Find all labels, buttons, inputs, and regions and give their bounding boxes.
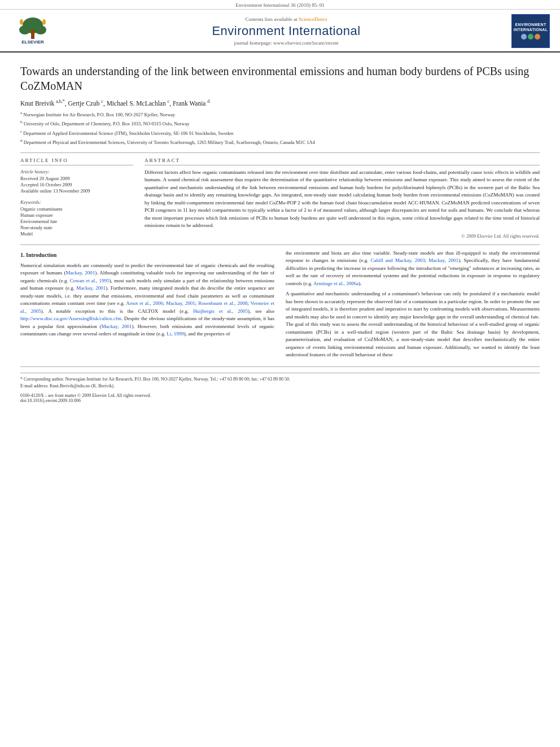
svg-point-5 <box>20 19 23 25</box>
article-info-heading: ARTICLE INFO <box>20 158 133 165</box>
svg-point-2 <box>19 25 30 34</box>
issn-line: 0160-4120/$ – see front matter © 2009 El… <box>20 393 540 398</box>
divider-1 <box>20 152 540 153</box>
journal-center: Contents lists available at ScienceDirec… <box>61 16 511 46</box>
journal-homepage: journal homepage: www.elsevier.com/locat… <box>61 40 511 46</box>
logo-circle-3 <box>535 34 540 40</box>
logo-circle-2 <box>528 34 533 40</box>
author-breivik: Knut Breivik a,b,* <box>20 100 65 107</box>
keyword-2: Human exposure <box>20 212 133 218</box>
email-text: E-mail address: Knut.Breivik@nilu.no (K.… <box>20 383 115 388</box>
svg-point-6 <box>42 19 46 25</box>
email-note: E-mail address: Knut.Breivik@nilu.no (K.… <box>20 383 540 390</box>
abstract-text: Different factors affect how organic con… <box>145 169 540 230</box>
journal-header: ELSEVIER Contents lists available at Sci… <box>0 10 560 53</box>
ref-mackay-2001-1[interactable]: Mackay, 2001 <box>65 270 95 276</box>
article-info-column: ARTICLE INFO Article history: Received 2… <box>20 158 133 239</box>
journal-issue-info: Environment International 36 (2010) 85–9… <box>0 0 560 10</box>
body-para-2: the environment and biota are also time … <box>286 250 540 288</box>
body-col-right: the environment and biota are also time … <box>286 250 540 362</box>
affiliations: a Norwegian Institute for Air Research, … <box>20 110 540 147</box>
svg-rect-4 <box>31 30 34 39</box>
divider-footnote <box>20 366 540 367</box>
article-info-abstract: ARTICLE INFO Article history: Received 2… <box>20 158 540 239</box>
science-direct-line: Contents lists available at ScienceDirec… <box>61 16 511 22</box>
ref-mackay-2001-5[interactable]: Mackay, 2001 <box>428 257 458 263</box>
science-direct-link[interactable]: ScienceDirect <box>299 16 327 22</box>
keyword-1: Organic contaminants <box>20 206 133 212</box>
abstract-heading: ABSTRACT <box>145 158 540 165</box>
copyright-line: © 2009 Elsevier Ltd. All rights reserved… <box>145 233 540 239</box>
divider-2 <box>20 244 540 245</box>
svg-text:ELSEVIER: ELSEVIER <box>21 40 44 45</box>
journal-logo: ENVIRONMENTINTERNATIONAL <box>511 14 550 48</box>
affiliation-c: c Department of Applied Environmental Sc… <box>20 129 540 137</box>
ref-rosenbaum[interactable]: Rosenbaum et al., 2008 <box>198 300 247 306</box>
affiliation-a: a Norwegian Institute for Air Research, … <box>20 110 540 119</box>
svg-point-3 <box>35 25 46 34</box>
corresponding-author-text: * Corresponding author. Norwegian Instit… <box>20 377 290 382</box>
issue-text: Environment International 36 (2010) 85–9… <box>235 2 324 8</box>
affiliation-d: d Department of Physical and Environment… <box>20 138 540 146</box>
body-para-1: Numerical simulation models are commonly… <box>20 262 274 338</box>
received-date: Received 20 August 2009 <box>20 176 133 181</box>
logo-circle-1 <box>521 34 527 40</box>
author-czub: Gertje Czub c <box>68 100 103 107</box>
ref-huijbregts[interactable]: Huijbregts et al., 2005 <box>193 308 248 314</box>
author-wania: Frank Wania d <box>173 100 209 107</box>
ref-li[interactable]: Li, 1999 <box>167 331 184 337</box>
accepted-date: Accepted 16 October 2009 <box>20 182 133 187</box>
body-content: 1. Introduction Numerical simulation mod… <box>20 250 540 362</box>
keywords-section: Keywords: Organic contaminants Human exp… <box>20 199 133 237</box>
abstract-paragraph: Different factors affect how organic con… <box>145 169 540 230</box>
available-date: Available online 13 November 2009 <box>20 188 133 194</box>
ref-arnot[interactable]: Arnot et al., 2006 <box>126 300 163 306</box>
affiliation-b: b University of Oslo, Department of Chem… <box>20 119 540 128</box>
ref-mackay-2001-4[interactable]: Mackay, 2001 <box>102 324 132 329</box>
authors-line: Knut Breivik a,b,*, Gertje Czub c, Micha… <box>20 99 540 107</box>
author-mclachlan: Michael S. McLachlan c <box>107 100 170 107</box>
body-para-3: A quantitative and mechanistic understan… <box>286 290 540 359</box>
body-col-left: 1. Introduction Numerical simulation mod… <box>20 250 274 362</box>
ref-caltox-url[interactable]: http://www.dtsc.ca.gov/AssessingRisk/cal… <box>20 316 121 321</box>
page: Environment International 36 (2010) 85–9… <box>0 0 560 747</box>
keyword-3: Environmental fate <box>20 219 133 224</box>
history-label: Article history: <box>20 169 133 174</box>
doi-line: doi:10.1016/j.envint.2009.10.006 <box>20 398 540 403</box>
corresponding-author-note: * Corresponding author. Norwegian Instit… <box>20 376 540 383</box>
journal-title: Environment International <box>61 24 511 38</box>
ref-mackay-2001-3[interactable]: Mackay, 2001 <box>166 300 195 306</box>
elsevier-logo: ELSEVIER <box>10 14 55 48</box>
main-content: Towards an understanding of the link bet… <box>0 53 560 410</box>
keywords-label: Keywords: <box>20 199 133 205</box>
ref-cowan[interactable]: Cowan et al., 1995 <box>70 278 110 283</box>
section1-title: 1. Introduction <box>20 251 274 259</box>
keyword-5: Model <box>20 231 133 237</box>
ref-cahill[interactable]: Cahill and Mackay, 2003 <box>371 257 425 263</box>
abstract-column: ABSTRACT Different factors affect how or… <box>145 158 540 239</box>
doi-section: 0160-4120/$ – see front matter © 2009 El… <box>20 393 540 403</box>
ref-mackay-2001-2[interactable]: Mackay, 2001 <box>76 285 106 291</box>
keyword-4: Non-steady state <box>20 225 133 230</box>
ref-armitage[interactable]: Armitage et al., 2006a <box>313 281 358 286</box>
article-title: Towards an understanding of the link bet… <box>20 64 540 93</box>
footnotes: * Corresponding author. Norwegian Instit… <box>20 373 540 390</box>
